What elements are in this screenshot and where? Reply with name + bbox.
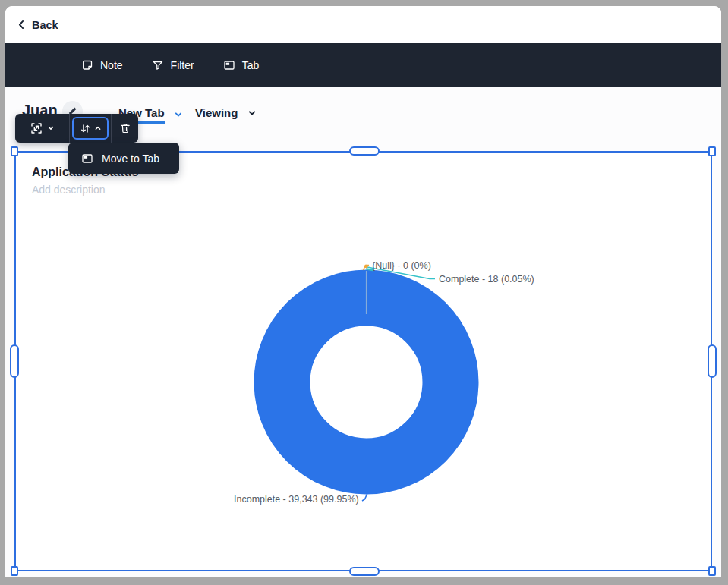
- resize-handle-left[interactable]: [10, 344, 19, 378]
- sort-arrows-icon: [80, 123, 91, 134]
- back-label: Back: [32, 19, 58, 31]
- note-label: Note: [100, 59, 123, 71]
- move-widget-button[interactable]: [72, 117, 109, 140]
- app-window: Back Note Filter Tab Juan: [5, 6, 721, 577]
- chart-widget-card[interactable]: Application Status Add description {Null…: [14, 151, 712, 571]
- move-chevron-up-icon: [94, 124, 102, 132]
- trash-icon: [119, 122, 131, 134]
- content-area: Juan New Tab Viewing: [5, 87, 721, 577]
- resize-handle-top-right[interactable]: [708, 146, 716, 156]
- resize-handle-right[interactable]: [708, 344, 717, 378]
- resize-handle-bottom[interactable]: [349, 567, 380, 576]
- chart-label-null: {Null} - 0 (0%): [372, 260, 431, 271]
- tab-icon: [223, 59, 235, 71]
- note-button[interactable]: Note: [78, 55, 126, 76]
- leader-line-incomplete: [362, 493, 367, 501]
- move-widget-menu: Move to Tab: [68, 143, 179, 174]
- tab-label: Tab: [242, 59, 260, 71]
- chart-label-incomplete: Incomplete - 39,343 (99.95%): [234, 494, 359, 505]
- donut-marker-null: [364, 265, 368, 269]
- move-widget-section: [70, 114, 111, 143]
- resize-handle-top-left[interactable]: [11, 146, 18, 156]
- filter-icon: [152, 59, 164, 71]
- resize-widget-button[interactable]: [15, 114, 69, 143]
- viewing-chevron-down-icon: [247, 109, 257, 118]
- delete-widget-button[interactable]: [112, 114, 138, 143]
- resize-chevron-down-icon: [47, 124, 55, 132]
- viewing-label: Viewing: [195, 106, 238, 119]
- widget-toolbar: [15, 114, 138, 143]
- note-icon: [81, 59, 93, 71]
- filter-label: Filter: [171, 59, 194, 71]
- resize-handle-bottom-right[interactable]: [708, 566, 716, 576]
- viewing-mode-dropdown[interactable]: Viewing: [195, 106, 257, 119]
- resize-handle-bottom-left[interactable]: [11, 566, 18, 576]
- tab-chevron-down-icon[interactable]: [174, 109, 183, 122]
- chevron-left-icon: [17, 20, 27, 30]
- resize-handle-top[interactable]: [349, 146, 380, 156]
- chart-label-complete: Complete - 18 (0.05%): [439, 274, 534, 285]
- tab-icon: [81, 153, 93, 165]
- resize-icon: [30, 121, 43, 135]
- donut-chart: {Null} - 0 (0%) Complete - 18 (0.05%) In…: [16, 153, 711, 570]
- tab-button[interactable]: Tab: [220, 55, 263, 76]
- filter-button[interactable]: Filter: [149, 55, 197, 76]
- donut-slice-incomplete[interactable]: [282, 298, 451, 467]
- back-button[interactable]: Back: [17, 19, 58, 31]
- dark-toolbar: Note Filter Tab: [5, 43, 721, 87]
- move-to-tab-label: Move to Tab: [102, 153, 159, 165]
- menu-item-move-to-tab[interactable]: Move to Tab: [68, 143, 179, 174]
- top-bar: Back: [5, 6, 721, 43]
